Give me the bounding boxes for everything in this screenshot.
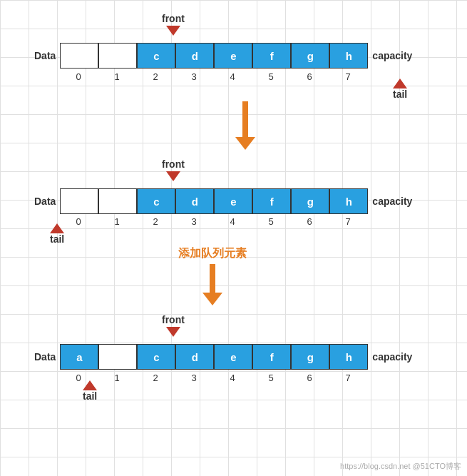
section3-tail-container: tail — [83, 380, 97, 402]
content-area: front Data cdefgh capacity 01234567 tail… — [0, 0, 467, 476]
array-cell: a — [60, 344, 98, 370]
array-cell — [98, 188, 137, 214]
big-arrow-1 — [235, 101, 255, 150]
index-label: 2 — [136, 216, 175, 227]
array-cell: h — [329, 344, 368, 370]
array-cell: f — [252, 188, 291, 214]
array-cell — [98, 43, 137, 69]
index-label: 1 — [98, 373, 136, 383]
index-label: 4 — [213, 373, 252, 383]
section3-front-label: front — [162, 314, 185, 325]
section1-front-label: front — [162, 13, 185, 24]
arrow1-container — [235, 101, 255, 150]
array-cell: f — [252, 344, 291, 370]
section3-data-label: Data — [34, 351, 56, 363]
index-label: 0 — [59, 216, 98, 227]
array-cell: c — [137, 344, 175, 370]
array-cell: g — [291, 344, 329, 370]
index-label: 2 — [136, 373, 175, 383]
section1-tail-container: tail — [393, 79, 407, 100]
index-label: 1 — [98, 71, 136, 82]
section2-array-container: Data cdefgh capacity — [34, 188, 412, 214]
index-label: 5 — [252, 71, 290, 82]
index-label: 6 — [290, 71, 329, 82]
index-label: 3 — [175, 216, 213, 227]
array-cell: d — [175, 344, 214, 370]
section3-capacity-label: capacity — [372, 351, 412, 363]
index-label: 1 — [98, 216, 136, 227]
index-label: 4 — [213, 71, 252, 82]
array-cell: c — [137, 43, 175, 69]
section1-index-row: 01234567 — [59, 71, 367, 82]
section2-tail-label: tail — [50, 233, 64, 245]
section1-front-arrow — [166, 26, 180, 36]
watermark: https://blog.csdn.net @51CTO博客 — [340, 461, 461, 472]
array-cell: f — [252, 43, 291, 69]
section2-front-label: front — [162, 158, 185, 170]
index-label: 3 — [175, 71, 213, 82]
array-cell: d — [175, 188, 214, 214]
section1-data-label: Data — [34, 50, 56, 61]
section3-front-arrow — [166, 327, 180, 337]
index-label: 5 — [252, 373, 290, 383]
section2-tail-container: tail — [50, 223, 64, 245]
section2-array-row: cdefgh — [60, 188, 368, 214]
section2-tail-arrow — [50, 223, 64, 233]
section3-tail-arrow — [83, 380, 97, 390]
add-queue-label: 添加队列元素 — [178, 246, 247, 261]
arrow1-head — [235, 137, 255, 150]
section2-capacity-label: capacity — [372, 196, 412, 207]
section1-array-container: Data cdefgh capacity — [34, 43, 412, 69]
section2-data-label: Data — [34, 196, 56, 207]
index-label: 7 — [329, 373, 367, 383]
section2-front-container: front — [162, 158, 185, 181]
section1-front-container: front — [162, 13, 185, 36]
section2-index-row: 01234567 — [59, 216, 367, 227]
section1-tail-arrow — [393, 79, 407, 88]
section3-front-container: front — [162, 314, 185, 337]
index-label: 7 — [329, 71, 367, 82]
arrow2-shaft — [210, 264, 215, 293]
section3-index-row: 01234567 — [59, 373, 367, 383]
section3-array-row: acdefgh — [60, 344, 368, 370]
section3-tail-label: tail — [83, 390, 97, 402]
index-label: 6 — [290, 373, 329, 383]
array-cell — [98, 344, 137, 370]
array-cell: e — [214, 188, 252, 214]
add-queue-container: 添加队列元素 — [178, 246, 247, 305]
section1-capacity-label: capacity — [372, 50, 412, 61]
index-label: 2 — [136, 71, 175, 82]
array-cell: h — [329, 188, 368, 214]
array-cell: d — [175, 43, 214, 69]
index-label: 0 — [59, 71, 98, 82]
array-cell: e — [214, 43, 252, 69]
big-arrow-2 — [202, 264, 222, 305]
index-label: 3 — [175, 373, 213, 383]
array-cell — [60, 188, 98, 214]
index-label: 4 — [213, 216, 252, 227]
array-cell: h — [329, 43, 368, 69]
section1-array-row: cdefgh — [60, 43, 368, 69]
array-cell: e — [214, 344, 252, 370]
index-label: 7 — [329, 216, 367, 227]
array-cell: g — [291, 188, 329, 214]
index-label: 5 — [252, 216, 290, 227]
section2-front-arrow — [166, 171, 180, 181]
array-cell: c — [137, 188, 175, 214]
section1-tail-label: tail — [393, 88, 407, 100]
index-label: 6 — [290, 216, 329, 227]
section3-array-container: Data acdefgh capacity — [34, 344, 412, 370]
arrow1-shaft — [242, 101, 248, 137]
array-cell: g — [291, 43, 329, 69]
arrow2-head — [202, 293, 222, 305]
array-cell — [60, 43, 98, 69]
